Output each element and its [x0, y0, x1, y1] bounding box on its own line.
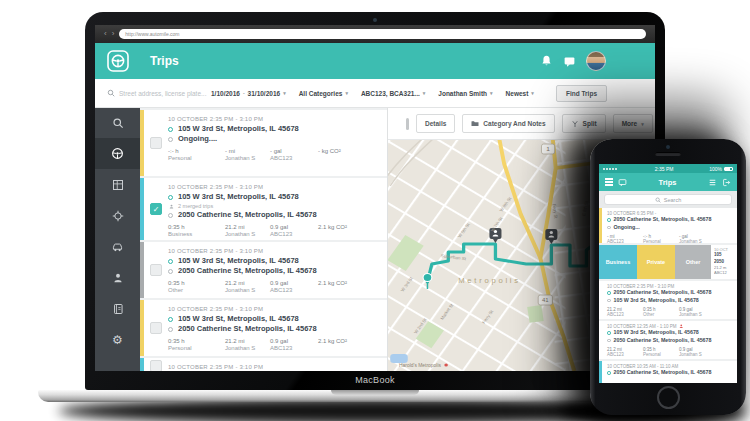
vehicle-filter-value: ABC123, BCA321... — [361, 90, 420, 97]
trip-checkbox[interactable] — [150, 360, 162, 372]
stat-vehicle: ABC123 — [270, 231, 318, 237]
end-marker-icon — [607, 226, 611, 230]
list-scrollbar-thumb[interactable] — [406, 118, 409, 130]
stat-fuel: 0.9 gal — [270, 338, 318, 344]
sidebar-item-contacts[interactable] — [95, 293, 140, 324]
merged-trips-label: 2 merged trips — [178, 203, 213, 209]
url-bar[interactable]: http://www.automile.com — [119, 29, 646, 39]
split-button[interactable]: Split — [562, 114, 606, 133]
phone-home-button[interactable] — [657, 386, 680, 409]
trip-checkbox[interactable] — [150, 322, 162, 334]
filter-bar: Street address, license plate... 1/10/20… — [95, 79, 655, 108]
chat-icon[interactable] — [563, 55, 576, 68]
driver-filter[interactable]: Jonathan Smith ▾ — [438, 90, 492, 97]
svg-text:1: 1 — [546, 146, 550, 153]
dashboard-grid-icon — [112, 179, 124, 191]
phone-trip-item[interactable]: 10 OCTOBER 2:35 PM - 3:10 PM 2050 Cather… — [599, 281, 737, 319]
trip-to-address: 2050 Catherine St, Metropolis, IL 45678 — [178, 210, 317, 220]
details-label: Details — [425, 120, 446, 127]
trip-from-address: 105 W 3rd St, Metropolis, IL 45678 — [178, 314, 299, 324]
phone-speaker — [655, 152, 681, 156]
phone-search-input[interactable]: Search — [604, 194, 732, 205]
trip-to-address: 2050 Catherine St, Metropolis, IL 45678 — [178, 324, 317, 334]
stat-vehicle: ABC123 — [607, 352, 643, 357]
trip-from-address: 105 W 3rd St, Metropolis, IL 45678 — [178, 124, 299, 134]
trip-checkbox[interactable] — [150, 264, 162, 276]
sidebar-item-tracking[interactable] — [95, 200, 140, 231]
phone-screen: 2:35 PM 100% Trips — [599, 164, 737, 383]
category-private-button[interactable]: Private — [637, 245, 675, 279]
map-toolbar: Details Category And Notes — [388, 108, 655, 140]
list-view-icon[interactable] — [708, 178, 717, 187]
sidebar-item-settings[interactable]: ⚙ — [95, 324, 140, 355]
phone-trip-item[interactable]: 10 OCTOBER 12:35 AM - 1:10 PM 105 W 3rd … — [599, 321, 737, 359]
trip-to-address: Ongoing... — [614, 224, 640, 232]
stat-vehicle: ABC123 — [270, 155, 318, 161]
trip-to-address: 2050 Catherine St, Metropolis, IL 45678 — [614, 337, 712, 345]
stat-fuel: 0.9 gal — [270, 280, 318, 286]
trip-list-item[interactable]: 10 OCTOBER 2:35 PM - 3:10 PM 105 W 3rd S… — [140, 358, 387, 371]
category-and-notes-button[interactable]: Category And Notes — [462, 114, 554, 133]
avatar[interactable] — [586, 51, 606, 71]
trip-list-item[interactable]: 10 OCTOBER 2:35 PM - 3:10 PM 105 W 3rd S… — [140, 242, 387, 298]
phone-trip-item[interactable]: 10 OCTOBER 10:35 AM - 11:10 AM 2050 Cath… — [599, 361, 737, 383]
phone-nav-bar: Trips — [599, 173, 737, 191]
start-marker-icon — [607, 291, 611, 295]
search-icon — [107, 89, 115, 97]
start-marker-icon — [607, 331, 611, 335]
sidebar-item-search[interactable] — [95, 108, 140, 138]
phone-trip-item[interactable]: 10 OCTOBER 6:35 PM - 2050 Catherine St, … — [599, 208, 737, 243]
stat-duration: 0:35 h — [168, 224, 225, 230]
logout-icon[interactable] — [722, 178, 731, 187]
trip-checkbox[interactable] — [150, 137, 162, 149]
trip-list: 10 OCTOBER 2:35 PM - 3:10 PM 105 W 3rd S… — [140, 108, 388, 371]
chat-icon[interactable] — [618, 178, 627, 187]
browser-forward-icon[interactable]: › — [112, 30, 115, 38]
sidebar-item-trips[interactable] — [95, 138, 140, 169]
phone-status-bar: 2:35 PM 100% — [599, 164, 737, 173]
trip-list-item[interactable]: 10 OCTOBER 2:35 PM - 3:10 PM 105 W 3rd S… — [140, 110, 387, 176]
app-logo[interactable] — [95, 49, 140, 73]
stat-distance: 21.2 mi — [225, 280, 270, 286]
date-range-filter[interactable]: 1/10/2016 - 31/10/2016 ▾ — [211, 90, 286, 97]
category-filter[interactable]: All Categories ▾ — [299, 90, 348, 97]
poi-marker-icon[interactable] — [444, 363, 448, 366]
trip-time: 10 OCTOBER 2:35 PM - 3:10 PM — [168, 306, 381, 312]
browser-back-icon[interactable]: ‹ — [104, 30, 107, 38]
search-placeholder: Street address, license plate... — [119, 90, 206, 97]
trip-list-item[interactable]: 10 OCTOBER 2:35 PM - 3:10 PM 105 W 3rd S… — [140, 300, 387, 356]
find-trips-button[interactable]: Find Trips — [556, 85, 607, 102]
vehicle-filter[interactable]: ABC123, BCA321... ▾ — [361, 90, 425, 97]
trip-time: 10 OCTOBER 2:35 PM - 3:10 PM — [168, 248, 381, 254]
menu-hamburger-icon[interactable] — [605, 178, 613, 186]
end-marker-icon — [168, 213, 173, 218]
trip-from-address: 105 W 3rd St, Metropolis, IL 45678 — [178, 192, 299, 202]
sort-filter[interactable]: Newest ▾ — [506, 90, 534, 97]
end-marker-icon — [607, 299, 611, 303]
person-icon — [112, 272, 124, 284]
more-button[interactable]: More ▾ — [613, 114, 653, 133]
details-button[interactable]: Details — [416, 114, 455, 133]
trip-start-pin[interactable] — [423, 274, 432, 282]
sidebar-item-vehicles[interactable] — [95, 231, 140, 262]
crosshair-location-icon — [112, 210, 124, 222]
notifications-bell-icon[interactable] — [540, 54, 553, 68]
swiped-trip-peek[interactable]: 10 OCT 105 2050 21.2 m ABC12 — [711, 245, 737, 279]
stat-category: Other — [168, 287, 225, 293]
trip-list-item-selected[interactable]: ✓ 10 OCTOBER 2:35 PM - 3:10 PM 105 W 3rd… — [140, 178, 387, 240]
category-business-button[interactable]: Business — [599, 245, 637, 279]
trip-checkbox-checked[interactable]: ✓ — [150, 203, 162, 215]
chevron-down-icon: ▾ — [641, 121, 644, 127]
stat-driver: Jonathan S — [679, 352, 715, 357]
search-input[interactable]: Street address, license plate... — [107, 89, 211, 97]
battery-icon — [724, 167, 733, 171]
chevron-down-icon: ▾ — [490, 90, 493, 96]
category-other-button[interactable]: Other — [675, 245, 711, 279]
sidebar-item-dashboard[interactable] — [95, 169, 140, 200]
stat-vehicle: ABC123 — [607, 312, 643, 317]
stat-driver: Jonathan S — [225, 155, 270, 161]
car-icon — [111, 240, 124, 253]
merged-trips-person-icon — [169, 204, 174, 209]
sidebar-item-drivers[interactable] — [95, 262, 140, 293]
stat-driver: Jonathan S — [225, 345, 270, 351]
